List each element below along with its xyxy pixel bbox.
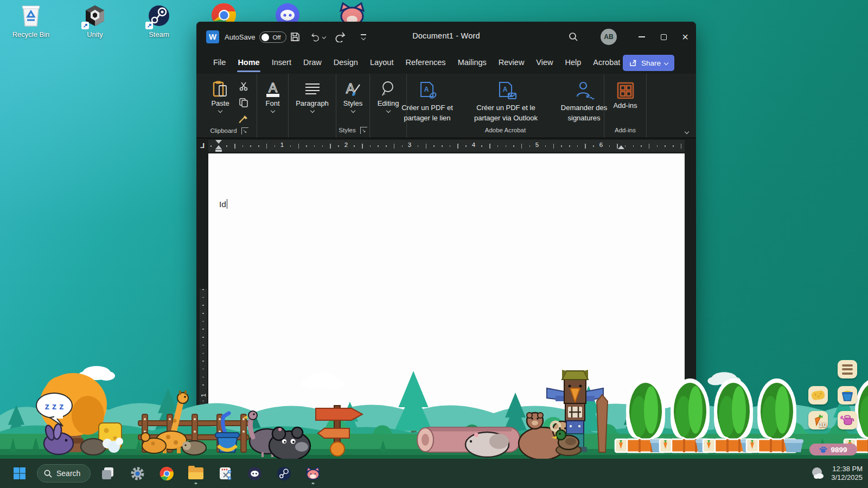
copy-button[interactable] bbox=[235, 95, 252, 110]
maximize-button[interactable] bbox=[653, 26, 674, 48]
tab-help[interactable]: Help bbox=[559, 52, 588, 74]
tab-review[interactable]: Review bbox=[493, 52, 531, 74]
tab-home[interactable]: Home bbox=[232, 52, 265, 74]
taskbar-search[interactable]: Search bbox=[37, 464, 91, 483]
hanging-indent-marker[interactable] bbox=[215, 145, 222, 149]
taskbar-app-desktops[interactable] bbox=[96, 461, 120, 485]
font-button[interactable]: A Font bbox=[258, 78, 288, 112]
taskbar-app-chrome[interactable] bbox=[155, 461, 178, 485]
taskbar-app-settings[interactable] bbox=[125, 461, 149, 485]
sponge-tool-button[interactable] bbox=[808, 386, 828, 404]
taskbar-app-snipping-tool[interactable] bbox=[213, 461, 237, 485]
styles-button[interactable]: A Styles bbox=[338, 78, 368, 112]
clipboard-dialog-launcher[interactable]: ↘ bbox=[241, 127, 248, 134]
snipping-tool-icon bbox=[218, 466, 232, 480]
clipboard-group-label: Clipboard bbox=[210, 127, 237, 134]
create-pdf-share-link-label: Créer un PDF et partager le lien bbox=[395, 103, 459, 124]
addins-grid-icon bbox=[616, 81, 635, 100]
wooden-stake bbox=[597, 395, 608, 452]
first-line-indent-marker[interactable] bbox=[215, 140, 222, 144]
desktop-icon-recycle-bin[interactable]: Recycle Bin bbox=[5, 3, 57, 38]
desktop-icon-unity[interactable]: ↗ Unity bbox=[69, 3, 121, 38]
tab-file[interactable]: File bbox=[207, 52, 232, 74]
cut-button[interactable] bbox=[235, 79, 252, 93]
search-button[interactable] bbox=[563, 26, 584, 48]
account-avatar[interactable]: AB bbox=[601, 29, 617, 45]
desktop-icon-steam[interactable]: ↗ Steam bbox=[133, 3, 185, 38]
chevron-down-icon bbox=[270, 108, 275, 113]
styles-icon: A bbox=[343, 79, 363, 98]
start-button[interactable] bbox=[8, 461, 31, 485]
tab-acrobat[interactable]: Acrobat bbox=[587, 52, 626, 74]
bucket-icon bbox=[841, 389, 854, 402]
desktop-icon-label: Recycle Bin bbox=[5, 30, 57, 38]
tab-insert[interactable]: Insert bbox=[266, 52, 297, 74]
chevron-down-icon bbox=[350, 108, 355, 113]
left-indent-marker[interactable] bbox=[215, 150, 222, 152]
paragraph-icon bbox=[303, 79, 322, 98]
tab-design[interactable]: Design bbox=[328, 52, 364, 74]
create-pdf-outlook-button[interactable]: A Créer un PDF et le partager via Outloo… bbox=[466, 79, 546, 124]
tab-draw[interactable]: Draw bbox=[297, 52, 328, 74]
sloth[interactable] bbox=[182, 441, 206, 455]
create-pdf-share-link-button[interactable]: A Créer un PDF et partager le lien bbox=[391, 79, 464, 124]
steam-icon bbox=[277, 466, 291, 481]
addins-label: Add-ins bbox=[613, 101, 637, 110]
guinea-pig[interactable] bbox=[465, 432, 509, 457]
water-trough[interactable] bbox=[784, 439, 803, 452]
acrobat-group-label: Adobe Acrobat bbox=[485, 127, 526, 133]
signature-person-icon bbox=[573, 79, 595, 101]
horizontal-ruler[interactable]: 1 2 3 4 5 6 bbox=[208, 140, 685, 152]
collapse-ribbon-chevron[interactable] bbox=[685, 130, 689, 134]
recycle-bin-icon bbox=[18, 3, 43, 28]
taskbar: Search bbox=[0, 459, 868, 488]
addins-button[interactable]: Add-ins bbox=[608, 80, 643, 110]
tab-view[interactable]: View bbox=[530, 52, 559, 74]
unity-icon: ↗ bbox=[82, 3, 107, 28]
paw-icon bbox=[819, 446, 827, 453]
chevron-down-icon bbox=[310, 108, 314, 113]
gear-icon bbox=[130, 466, 145, 481]
font-icon: A bbox=[264, 79, 282, 98]
ruler-row: L 1 2 3 4 5 6 bbox=[196, 138, 696, 153]
paste-label: Paste bbox=[211, 99, 229, 107]
font-group: A Font bbox=[257, 74, 289, 138]
desktop-icon-label: Unity bbox=[69, 30, 121, 38]
bucket-tool-button[interactable] bbox=[838, 386, 857, 404]
styles-dialog-launcher[interactable]: ↘ bbox=[360, 127, 367, 134]
close-button[interactable]: × bbox=[674, 26, 696, 48]
ribbon: Paste bbox=[196, 74, 696, 138]
text-cursor bbox=[227, 199, 228, 209]
title-bar: W AutoSave Off bbox=[196, 22, 696, 52]
watering-can-button[interactable] bbox=[838, 411, 857, 429]
taskbar-clock[interactable]: 12:38 PM 3/12/2025 bbox=[831, 465, 863, 482]
running-indicator bbox=[312, 483, 315, 484]
addins-group-label: Add-ins bbox=[615, 127, 636, 133]
clock-date: 3/12/2025 bbox=[831, 473, 863, 482]
taskbar-app-fox-game[interactable] bbox=[301, 461, 325, 485]
paragraph-button[interactable]: Paragraph bbox=[292, 78, 333, 112]
styles-group: A Styles Styles ↘ bbox=[336, 74, 370, 138]
desktop: Recycle Bin ↗ Unity ↗ Steam bbox=[0, 0, 868, 488]
right-indent-marker[interactable] bbox=[618, 145, 624, 149]
taskbar-app-steam[interactable] bbox=[272, 461, 296, 485]
search-label: Search bbox=[56, 469, 80, 478]
share-button[interactable]: Share bbox=[623, 55, 674, 71]
taskbar-app-file-explorer[interactable] bbox=[184, 461, 208, 485]
format-painter-button[interactable] bbox=[235, 112, 252, 126]
search-icon bbox=[44, 470, 52, 478]
taskbar-app-discord[interactable] bbox=[242, 461, 266, 485]
tab-selector[interactable]: L bbox=[197, 140, 207, 151]
tab-mailings[interactable]: Mailings bbox=[452, 52, 493, 74]
paw-points-counter: 9899 bbox=[809, 444, 857, 455]
clipboard-group-label-row: Clipboard ↘ bbox=[202, 126, 257, 138]
paragraph-group: Paragraph bbox=[289, 74, 336, 138]
game-menu-button[interactable] bbox=[838, 360, 857, 378]
paste-button[interactable]: Paste bbox=[205, 78, 235, 112]
tab-references[interactable]: References bbox=[399, 52, 451, 74]
carrot-feed-button[interactable]: 10 bbox=[808, 411, 828, 429]
tab-layout[interactable]: Layout bbox=[364, 52, 400, 74]
weather-icon[interactable] bbox=[810, 466, 826, 480]
svg-text:A: A bbox=[502, 86, 507, 93]
minimize-button[interactable] bbox=[631, 26, 653, 48]
